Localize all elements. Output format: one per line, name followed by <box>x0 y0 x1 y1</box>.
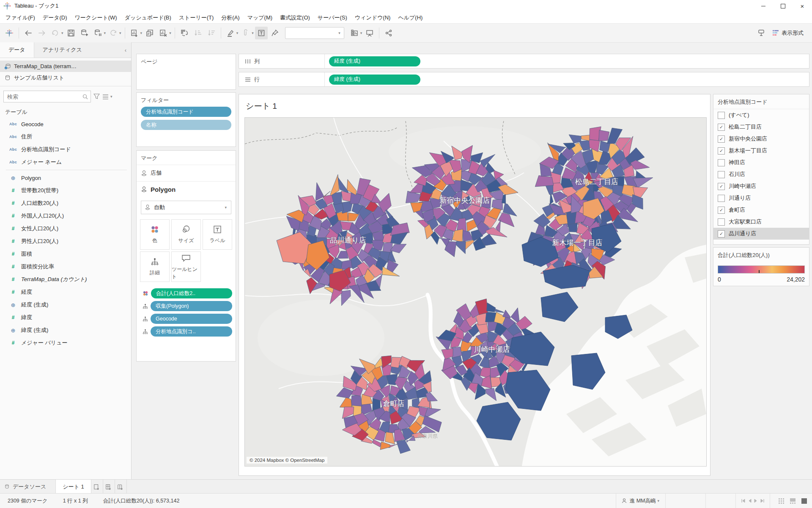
search-input[interactable] <box>3 91 91 102</box>
field-row[interactable]: AbcGeocode <box>0 118 131 130</box>
menu-item[interactable]: ストーリー(T) <box>175 14 218 22</box>
field-row[interactable]: #世帯数20(世帯) <box>0 184 131 197</box>
checkbox[interactable] <box>718 218 725 226</box>
checkbox[interactable]: ✓ <box>718 135 725 143</box>
menu-item[interactable]: データ(D) <box>39 14 71 22</box>
show-me-button[interactable]: 表示形式 <box>772 29 804 37</box>
filter-item[interactable]: 大宮駅東口店 <box>713 216 809 228</box>
new-worksheet-caret-icon[interactable]: ▾ <box>140 31 143 35</box>
refresh-icon[interactable] <box>107 27 120 39</box>
map-attribution[interactable]: © 2024 Mapbox © OpenStreetMap <box>247 457 327 464</box>
pause-updates-icon[interactable] <box>92 27 104 39</box>
filter-item[interactable]: 神田店 <box>713 157 809 168</box>
close-button[interactable]: × <box>793 0 812 12</box>
tooltip-button[interactable]: ツールヒント <box>171 251 201 282</box>
field-row[interactable]: #経度 <box>0 286 131 298</box>
filter-pill-analysis-code[interactable]: 分析地点識別コード <box>141 107 231 117</box>
menu-item[interactable]: ワークシート(W) <box>71 14 121 22</box>
marks-pill[interactable]: 分析地点識別コ.. <box>151 326 232 337</box>
filter-pill-name[interactable]: 名称 <box>141 120 231 130</box>
columns-pill-longitude[interactable]: 経度 (生成) <box>329 56 420 66</box>
field-row[interactable]: Abc住所 <box>0 130 131 143</box>
field-row[interactable]: #面積 <box>0 248 131 260</box>
color-legend-icon[interactable] <box>143 290 148 296</box>
legend-gradient[interactable] <box>718 265 805 273</box>
field-row[interactable]: #面積按分比率 <box>0 260 131 273</box>
search-field[interactable] <box>6 93 82 100</box>
checkbox[interactable]: ✓ <box>718 147 725 155</box>
filter-item[interactable]: ✓新木場一丁目店 <box>713 145 809 157</box>
marks-pill[interactable]: Geocode <box>151 314 232 324</box>
marks-pill[interactable]: 合計(人口総数2.. <box>151 288 232 298</box>
color-button[interactable]: 色 <box>140 219 170 250</box>
view-grid-icon[interactable] <box>102 94 109 99</box>
undo-icon[interactable] <box>22 27 35 39</box>
field-row[interactable]: Abc分析地点識別コード <box>0 143 131 156</box>
checkbox[interactable] <box>718 112 725 119</box>
fit-selector[interactable]: ▾ <box>285 27 344 39</box>
menu-item[interactable]: 分析(A) <box>217 14 243 22</box>
new-datasource-icon[interactable] <box>78 27 91 39</box>
field-row[interactable]: #人口総数20(人) <box>0 197 131 210</box>
marks-pill[interactable]: 収集(Polygon) <box>151 301 232 311</box>
first-icon[interactable] <box>741 499 746 503</box>
redo-icon[interactable] <box>36 27 48 39</box>
label-button[interactable]: ラベル <box>203 219 232 250</box>
share-icon[interactable] <box>382 27 395 39</box>
fix-axes-icon[interactable] <box>269 27 281 39</box>
tab-sheet1[interactable]: シート 1 <box>56 480 91 494</box>
story-navigation[interactable] <box>735 494 770 508</box>
next-icon[interactable] <box>754 499 757 503</box>
show-sheet-icon[interactable] <box>801 498 807 504</box>
previous-icon[interactable] <box>748 499 752 503</box>
checkbox[interactable]: ✓ <box>718 183 725 190</box>
sort-ascending-icon[interactable] <box>192 27 204 39</box>
filter-item[interactable]: ✓新宿中央公園店 <box>713 133 809 145</box>
duplicate-sheet-icon[interactable] <box>143 27 156 39</box>
detail-button[interactable]: 詳細 <box>140 251 170 282</box>
presentation-mode-icon[interactable] <box>363 27 376 39</box>
tab-datasource[interactable]: データソース <box>0 480 56 494</box>
replay-icon[interactable] <box>49 27 62 39</box>
tab-analytics[interactable]: アナリティクス <box>34 42 120 58</box>
filter-item[interactable]: ✓品川通り店 <box>713 228 809 240</box>
field-row[interactable]: #TerraMap_Data (カウント) <box>0 273 131 286</box>
show-mark-labels-icon[interactable] <box>255 27 268 39</box>
columns-shelf[interactable]: 列 経度 (生成) <box>239 54 809 69</box>
checkbox[interactable] <box>718 171 725 178</box>
checkbox[interactable] <box>718 195 725 202</box>
checkbox[interactable]: ✓ <box>718 230 725 237</box>
filter-item[interactable]: 川通り店 <box>713 192 809 204</box>
new-worksheet-icon[interactable] <box>128 27 141 39</box>
show-hide-cards-caret-icon[interactable]: ▾ <box>360 31 362 35</box>
user-menu[interactable]: 進 MM高嶋 ▾ <box>616 494 665 508</box>
filter-item[interactable]: ✓倉町店 <box>713 204 809 216</box>
show-filmstrip-icon[interactable] <box>790 498 796 504</box>
detail-icon[interactable] <box>143 316 148 322</box>
field-row[interactable]: #女性人口20(人) <box>0 222 131 235</box>
map-view[interactable]: 品川通り店新宿中央公園店松島二丁目店新木場一丁目店川崎中瀬店倉町店 神奈川県 ©… <box>244 117 707 467</box>
tableau-home-icon[interactable] <box>3 27 16 39</box>
pause-updates-caret-icon[interactable]: ▾ <box>104 31 106 35</box>
show-tabs-icon[interactable] <box>779 498 784 504</box>
filter-item[interactable]: ✓松島二丁目店 <box>713 121 809 133</box>
checkbox[interactable]: ✓ <box>718 124 725 131</box>
filter-item[interactable]: (すべて) <box>713 109 809 121</box>
minimize-button[interactable] <box>754 0 773 12</box>
menu-item[interactable]: ウィンドウ(N) <box>351 14 395 22</box>
menu-item[interactable]: 書式設定(O) <box>276 14 314 22</box>
field-row[interactable]: ⊕緯度 (生成) <box>0 324 131 337</box>
group-members-icon[interactable] <box>239 27 252 39</box>
size-button[interactable]: サイズ <box>171 219 201 250</box>
save-icon[interactable] <box>65 27 77 39</box>
new-dashboard-tab-icon[interactable] <box>103 480 115 494</box>
filter-item[interactable]: ✓川崎中瀬店 <box>713 180 809 192</box>
field-row[interactable]: #男性人口20(人) <box>0 235 131 248</box>
datasource-item-terramap[interactable]: TerraMap_Data (terram… <box>0 61 131 72</box>
field-row[interactable]: Abcメジャー ネーム <box>0 156 131 168</box>
marks-layer-polygon[interactable]: Polygon <box>137 181 236 197</box>
collapse-pane-icon[interactable]: ‹ <box>120 42 131 58</box>
detail-icon[interactable] <box>143 304 148 309</box>
new-worksheet-tab-icon[interactable] <box>91 480 103 494</box>
checkbox[interactable] <box>718 159 725 166</box>
